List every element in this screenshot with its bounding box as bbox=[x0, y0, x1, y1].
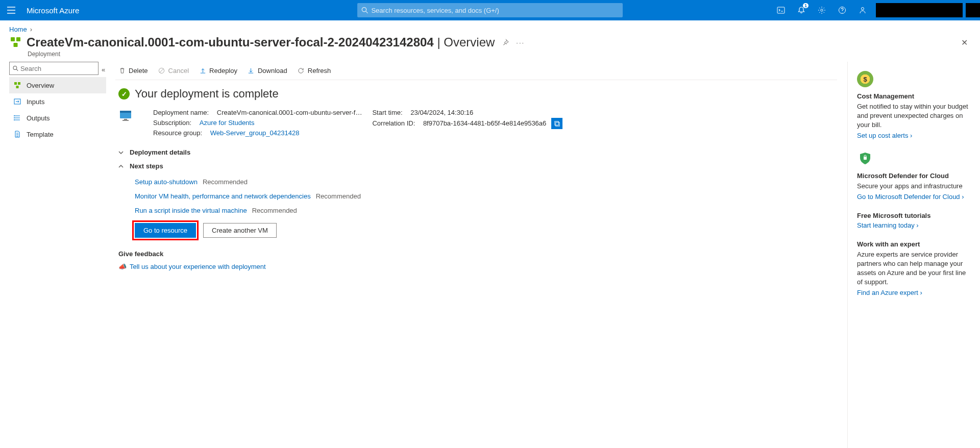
left-nav-search[interactable] bbox=[9, 62, 99, 75]
nav-item-label: Overview bbox=[27, 82, 54, 89]
inputs-icon bbox=[13, 98, 21, 105]
breadcrumb-home[interactable]: Home bbox=[9, 26, 27, 33]
svg-point-15 bbox=[14, 115, 15, 116]
feedback-row: 📣Tell us about your experience with depl… bbox=[118, 263, 837, 270]
deployment-name-label: Deployment name: bbox=[153, 108, 209, 118]
svg-rect-24 bbox=[556, 122, 559, 126]
resource-type-label: Deployment bbox=[0, 51, 980, 62]
outputs-icon bbox=[13, 114, 21, 121]
account-avatar[interactable] bbox=[966, 3, 980, 17]
next-step-item: Setup auto-shutdownRecommended bbox=[135, 175, 837, 189]
feedback-icon[interactable] bbox=[852, 0, 873, 20]
resource-group-link[interactable]: Web-Server_group_04231428 bbox=[210, 128, 300, 138]
rp-defender: Microsoft Defender for Cloud Secure your… bbox=[857, 151, 971, 201]
svg-rect-11 bbox=[14, 82, 17, 85]
brand-label[interactable]: Microsoft Azure bbox=[27, 6, 79, 15]
global-search-input[interactable] bbox=[371, 7, 619, 14]
recommended-tag: Recommended bbox=[203, 178, 248, 186]
trash-icon bbox=[118, 67, 126, 74]
next-step-link[interactable]: Run a script inside the virtual machine bbox=[135, 207, 247, 214]
refresh-icon bbox=[298, 67, 305, 74]
command-bar: Delete Cancel Redeploy Download Refresh bbox=[115, 62, 837, 80]
settings-icon[interactable] bbox=[812, 0, 832, 20]
status-heading: Your deployment is complete bbox=[135, 87, 279, 101]
svg-point-5 bbox=[862, 8, 864, 10]
chevron-up-icon bbox=[118, 164, 125, 169]
create-another-vm-button[interactable]: Create another VM bbox=[203, 223, 277, 238]
svg-rect-12 bbox=[18, 82, 20, 85]
global-search[interactable] bbox=[357, 3, 623, 17]
svg-rect-7 bbox=[16, 37, 20, 41]
rp-tutorials: Free Microsoft tutorials Start learning … bbox=[857, 212, 971, 229]
redeploy-button[interactable]: Redeploy bbox=[199, 67, 237, 74]
defender-link[interactable]: Go to Microsoft Defender for Cloud bbox=[857, 193, 964, 201]
recommended-tag: Recommended bbox=[316, 192, 361, 200]
feedback-link[interactable]: Tell us about your experience with deplo… bbox=[130, 263, 266, 270]
nav-item-label: Template bbox=[27, 131, 54, 138]
recommended-tag: Recommended bbox=[252, 207, 297, 214]
help-icon[interactable] bbox=[832, 0, 852, 20]
svg-rect-8 bbox=[14, 43, 18, 47]
svg-rect-13 bbox=[16, 86, 19, 88]
topbar: Microsoft Azure 1 bbox=[0, 0, 980, 20]
start-time-value: 23/04/2024, 14:30:16 bbox=[410, 108, 473, 118]
next-step-link[interactable]: Setup auto-shutdown bbox=[135, 178, 198, 186]
next-steps-section[interactable]: Next steps bbox=[115, 159, 837, 173]
left-nav-search-input[interactable] bbox=[20, 65, 95, 72]
cancel-icon bbox=[158, 67, 165, 74]
svg-point-0 bbox=[362, 8, 366, 12]
page-title-tab: | Overview bbox=[434, 35, 495, 49]
chevron-down-icon bbox=[118, 150, 125, 155]
nav-item-inputs[interactable]: Inputs bbox=[9, 93, 106, 110]
nav-item-outputs[interactable]: Outputs bbox=[9, 110, 106, 126]
cloud-shell-icon[interactable] bbox=[771, 0, 791, 20]
left-nav: « Overview Inputs Outputs Template bbox=[0, 62, 110, 448]
more-icon[interactable]: ··· bbox=[516, 39, 525, 46]
subscription-link[interactable]: Azure for Students bbox=[200, 118, 255, 128]
account-region[interactable] bbox=[876, 3, 963, 17]
rp-expert: Work with an expert Azure experts are se… bbox=[857, 240, 971, 296]
copy-correlation-id-button[interactable] bbox=[551, 118, 562, 129]
shield-icon bbox=[857, 151, 873, 167]
overview-icon bbox=[13, 82, 21, 89]
search-icon bbox=[361, 7, 368, 14]
nav-item-label: Outputs bbox=[27, 114, 50, 122]
correlation-id-label: Correlation ID: bbox=[372, 118, 415, 129]
chevron-right-icon: › bbox=[30, 26, 32, 33]
template-icon bbox=[13, 131, 21, 138]
rp-cost-management: $ Cost Management Get notified to stay w… bbox=[857, 71, 971, 139]
nav-item-overview[interactable]: Overview bbox=[9, 77, 106, 93]
close-blade-button[interactable]: ✕ bbox=[961, 38, 971, 47]
start-time-label: Start time: bbox=[372, 108, 402, 118]
pin-icon[interactable] bbox=[502, 39, 509, 46]
expert-link[interactable]: Find an Azure expert bbox=[857, 289, 922, 296]
tutorials-link[interactable]: Start learning today bbox=[857, 221, 919, 229]
feedback-heading: Give feedback bbox=[118, 250, 837, 258]
deployment-details-section[interactable]: Deployment details bbox=[115, 145, 837, 159]
svg-rect-25 bbox=[555, 121, 558, 125]
delete-button[interactable]: Delete bbox=[118, 67, 148, 74]
cost-alerts-link[interactable]: Set up cost alerts bbox=[857, 132, 912, 139]
recommendations-panel: $ Cost Management Get notified to stay w… bbox=[847, 62, 975, 448]
notification-badge: 1 bbox=[803, 3, 808, 8]
go-to-resource-button[interactable]: Go to resource bbox=[135, 223, 196, 238]
main-content: Delete Cancel Redeploy Download Refresh bbox=[115, 62, 847, 448]
main-columns: « Overview Inputs Outputs Template Delet… bbox=[0, 62, 980, 448]
download-button[interactable]: Download bbox=[248, 67, 287, 74]
nav-item-template[interactable]: Template bbox=[9, 126, 106, 142]
svg-rect-2 bbox=[777, 7, 785, 13]
refresh-button[interactable]: Refresh bbox=[298, 67, 331, 74]
svg-line-19 bbox=[160, 69, 163, 72]
notifications-icon[interactable]: 1 bbox=[791, 0, 812, 20]
resource-group-label: Resource group: bbox=[153, 128, 202, 138]
svg-point-17 bbox=[14, 119, 15, 120]
deployment-summary: Deployment name: CreateVm-canonical.0001… bbox=[118, 108, 837, 138]
search-icon bbox=[13, 65, 18, 71]
copy-icon bbox=[554, 120, 560, 127]
megaphone-icon: 📣 bbox=[118, 263, 127, 270]
hamburger-menu[interactable] bbox=[0, 0, 22, 20]
next-step-link[interactable]: Monitor VM health, performance and netwo… bbox=[135, 192, 311, 200]
svg-point-16 bbox=[14, 117, 15, 118]
svg-rect-26 bbox=[864, 157, 867, 160]
collapse-nav-icon[interactable]: « bbox=[102, 66, 105, 73]
